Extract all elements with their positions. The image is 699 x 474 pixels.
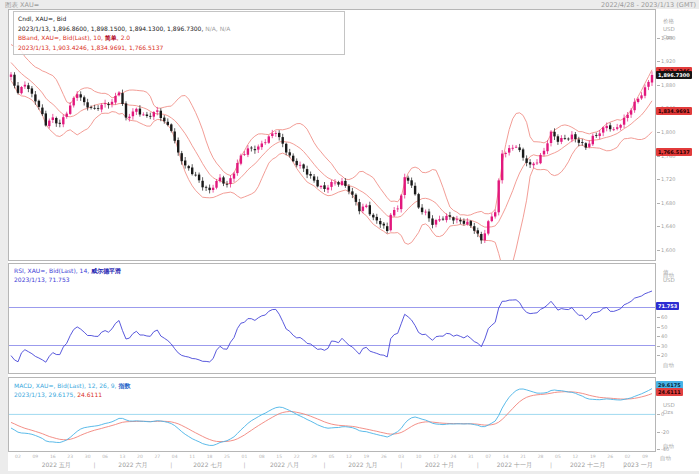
- axis-tick-label: 20: [661, 352, 667, 358]
- legend-rsi-value: 2023/1/13, 71.753: [14, 275, 121, 284]
- time-axis-day-tick: 17: [433, 454, 439, 459]
- chart-application-window: 图表 XAU= 2022/4/28 - 2023/1/13 (GMT) Cndl…: [0, 0, 699, 474]
- time-axis-day-tick: 28: [538, 454, 544, 459]
- rsi-value-badge: 71.753: [656, 302, 679, 310]
- axis-tick-label: 1,600: [661, 247, 675, 253]
- legend-bband-values: 2023/1/13, 1,903.4246, 1,834.9691, 1,766…: [18, 43, 340, 53]
- price-axis-unit-label: 价格: [663, 18, 674, 25]
- axis-tick-mark: [657, 414, 660, 415]
- time-axis-day-tick: 01: [242, 454, 248, 459]
- rsi-legend[interactable]: RSI, XAU=, Bid(Last), 14, 威尔德平滑 2023/1/1…: [14, 266, 121, 284]
- time-axis-month-label: 2023 一月: [623, 461, 652, 470]
- axis-tick-mark: [657, 327, 660, 328]
- time-axis-month-separator: |: [170, 461, 172, 468]
- price-axis[interactable]: 价格USDOzs1,9601,9201,8801,8401,8001,7601,…: [656, 9, 699, 261]
- time-axis-day-tick: 04: [172, 454, 178, 459]
- axis-tick-mark: [657, 317, 660, 318]
- rsi-axis-unit-label: USD: [663, 277, 675, 283]
- macd-axis-unit-label: USD: [663, 402, 675, 408]
- time-axis-day-tick: 05: [329, 454, 335, 459]
- legend-rsi-series[interactable]: RSI, XAU=, Bid(Last), 14, 威尔德平滑: [14, 266, 121, 275]
- rsi-axis-auto-label: 自动: [663, 362, 674, 369]
- axis-tick-label: 50: [661, 324, 667, 330]
- macd-axis-unit-label: Ozs: [663, 409, 673, 415]
- price-legend-box[interactable]: Cndl, XAU=, Bid 2023/1/13, 1,896.8600, 1…: [13, 11, 345, 55]
- axis-tick-mark: [657, 85, 660, 86]
- axis-tick-mark: [657, 346, 660, 347]
- axis-tick-mark: [657, 250, 660, 251]
- time-axis-day-tick: 06: [102, 454, 108, 459]
- time-axis-day-tick: 30: [85, 454, 91, 459]
- time-axis-month-separator: |: [477, 461, 479, 468]
- bband-value-badge: 1,766.5137: [656, 148, 692, 156]
- rsi-axis-unit-label: 值: [663, 269, 669, 276]
- time-axis-day-tick: 21: [520, 454, 526, 459]
- time-axis-day-tick: 12: [346, 454, 352, 459]
- time-axis-day-tick: 25: [224, 454, 230, 459]
- time-axis-day-tick: 11: [189, 454, 195, 459]
- time-axis-month-separator: |: [243, 461, 245, 468]
- macd-axis-auto-label: 自动: [663, 443, 674, 450]
- axis-tick-label: 1,800: [661, 129, 675, 135]
- axis-tick-mark: [657, 132, 660, 133]
- legend-bband-series[interactable]: BBand, XAU=, Bid(Last), 10, 简单, 2.0: [18, 33, 340, 43]
- axis-tick-label: 60: [661, 314, 667, 320]
- bband-value-badge: 1,834.9691: [656, 107, 692, 115]
- time-axis-day-tick: 14: [503, 454, 509, 459]
- axis-tick-mark: [657, 355, 660, 356]
- time-axis-day-tick: 09: [642, 454, 648, 459]
- time-axis-day-tick: 24: [451, 454, 457, 459]
- time-axis-day-tick: 02: [625, 454, 631, 459]
- time-axis-day-tick: 26: [607, 454, 613, 459]
- time-axis-month-separator: |: [400, 461, 402, 468]
- axis-tick-mark: [657, 432, 660, 433]
- time-axis-day-tick: 18: [207, 454, 213, 459]
- time-axis-month-label: 2022 十二月: [570, 461, 605, 470]
- time-axis-day-tick: 29: [311, 454, 317, 459]
- axis-tick-label: 1,680: [661, 200, 675, 206]
- legend-macd-series[interactable]: MACD, XAU=, Bid(Last), 12, 26, 9, 指数: [14, 381, 130, 390]
- time-axis-day-tick: 12: [572, 454, 578, 459]
- macd-signal-badge: 24.6111: [656, 388, 683, 396]
- legend-macd-values: 2023/1/13, 29.6175, 24.6111: [14, 390, 130, 399]
- time-axis-month-separator: |: [94, 461, 96, 468]
- axis-tick-mark: [657, 38, 660, 39]
- time-axis-day-tick: 09: [33, 454, 39, 459]
- time-axis-day-tick: 07: [485, 454, 491, 459]
- macd-legend[interactable]: MACD, XAU=, Bid(Last), 12, 26, 9, 指数 202…: [14, 381, 130, 399]
- candlesticks: [10, 71, 653, 243]
- axis-tick-label: -20: [661, 429, 669, 435]
- time-axis-month-label: 2022 五月: [42, 461, 71, 470]
- legend-candle-series[interactable]: Cndl, XAU=, Bid: [18, 14, 340, 24]
- time-axis-day-tick: 10: [416, 454, 422, 459]
- last-price-badge: 1,896.7300: [656, 71, 692, 79]
- time-axis-month-label: 2022 十一月: [497, 461, 532, 470]
- time-axis-day-tick: 27: [154, 454, 160, 459]
- rsi-axis[interactable]: 值USD6050403020自动: [656, 263, 699, 374]
- bollinger-bands: [11, 45, 652, 271]
- time-axis-month-label: 2022 八月: [270, 461, 299, 470]
- axis-tick-label: 1,960: [661, 35, 675, 41]
- time-axis-day-tick: 02: [15, 454, 21, 459]
- axis-tick-label: 30: [661, 343, 667, 349]
- time-axis-month-label: 2022 七月: [193, 461, 222, 470]
- axis-tick-label: 1,640: [661, 223, 675, 229]
- time-axis-day-tick: 19: [590, 454, 596, 459]
- time-axis-month-separator: |: [324, 461, 326, 468]
- time-axis-month-separator: |: [550, 461, 552, 468]
- time-axis-day-tick: 19: [363, 454, 369, 459]
- axis-tick-mark: [657, 203, 660, 204]
- time-axis[interactable]: 0209162330061320270411182501081522290512…: [8, 452, 699, 472]
- time-axis-day-tick: 26: [381, 454, 387, 459]
- chart-canvas[interactable]: [0, 0, 699, 474]
- time-axis-day-tick: 23: [67, 454, 73, 459]
- time-axis-month-label: 2022 六月: [118, 461, 147, 470]
- time-axis-day-tick: 08: [259, 454, 265, 459]
- axis-tick-mark: [657, 61, 660, 62]
- time-axis-day-tick: 20: [137, 454, 143, 459]
- time-axis-month-label: 2022 十月: [425, 461, 454, 470]
- time-axis-month-separator: |: [623, 461, 625, 468]
- axis-tick-mark: [657, 179, 660, 180]
- time-axis-day-tick: 16: [50, 454, 56, 459]
- axis-tick-label: 1,880: [661, 82, 675, 88]
